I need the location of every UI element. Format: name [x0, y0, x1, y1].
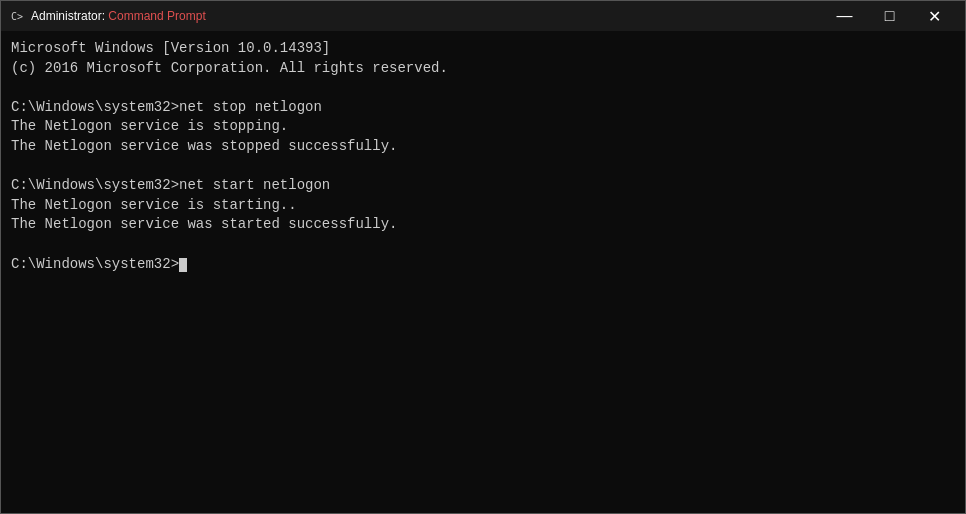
- minimize-button[interactable]: —: [822, 1, 867, 31]
- title-text: Administrator: Command Prompt: [31, 9, 206, 23]
- terminal-output: Microsoft Windows [Version 10.0.14393] (…: [11, 39, 955, 274]
- window-controls: — □ ✕: [822, 1, 957, 31]
- terminal-area[interactable]: Microsoft Windows [Version 10.0.14393] (…: [1, 31, 965, 513]
- cmd-icon: C>: [9, 8, 25, 24]
- cursor: [179, 258, 187, 272]
- command-prompt-window: C> Administrator: Command Prompt — □ ✕ M…: [0, 0, 966, 514]
- svg-text:C>: C>: [11, 11, 23, 22]
- title-bar: C> Administrator: Command Prompt — □ ✕: [1, 1, 965, 31]
- close-button[interactable]: ✕: [912, 1, 957, 31]
- title-bar-left: C> Administrator: Command Prompt: [9, 8, 206, 24]
- maximize-button[interactable]: □: [867, 1, 912, 31]
